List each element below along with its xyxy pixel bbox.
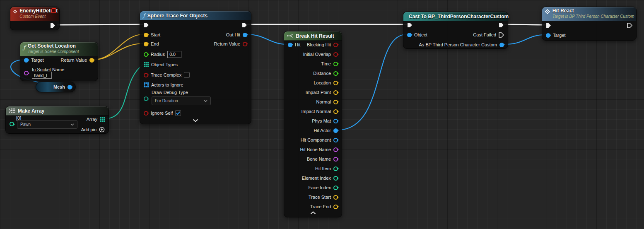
hit-bone-name-pin[interactable] [333, 147, 338, 152]
node-header[interactable]: Make Array [6, 106, 109, 116]
return-value-label: Return Value [214, 41, 240, 46]
hit-item-pin[interactable] [333, 166, 338, 171]
draw-debug-type-value: For Duration [155, 99, 178, 103]
trace-complex-pin[interactable] [144, 73, 148, 77]
exec-out-pin[interactable] [242, 22, 247, 28]
node-header[interactable]: Cast To BP_ThirdPersonCharacterCustom [403, 12, 508, 21]
location-pin[interactable] [333, 81, 338, 85]
exec-out-pin[interactable] [627, 23, 632, 28]
object-types-pin[interactable] [144, 62, 149, 67]
out-label-impact-normal: Impact Normal [301, 109, 331, 114]
wire-outhit-to-hit[interactable] [247, 34, 287, 44]
start-pin[interactable] [144, 33, 148, 37]
face-index-pin[interactable] [333, 186, 338, 190]
node-break-hit-result[interactable]: Break Hit Result Hit Blocking Hit Initia… [284, 31, 342, 217]
bone-name-pin[interactable] [333, 157, 338, 162]
target-pin[interactable] [24, 58, 29, 63]
return-value-pin[interactable] [243, 42, 247, 46]
draw-debug-type-pin[interactable] [144, 96, 148, 101]
node-header[interactable]: Hit React Target is BP Third Person Char… [542, 7, 636, 21]
in-socket-name-pin[interactable] [24, 71, 29, 75]
event-badge-icon [51, 8, 56, 13]
out-label-initial-overlap: Initial Overlap [303, 52, 331, 57]
node-header[interactable]: Break Hit Result [284, 31, 342, 41]
mesh-out-pin[interactable] [68, 85, 72, 89]
object-pin[interactable] [407, 33, 412, 37]
wire-array-to-objecttypes[interactable] [105, 64, 143, 119]
node-title: Get Socket Location [28, 43, 79, 49]
out-label-trace-end: Trace End [310, 204, 331, 209]
out-label-phys-mat: Phys Mat [312, 118, 331, 123]
start-label: Start [151, 32, 160, 37]
target-label: Target [31, 58, 44, 63]
radius-input[interactable]: 0.0 [167, 51, 181, 58]
hit-component-pin[interactable] [333, 138, 338, 142]
node-mesh-variable[interactable]: Mesh [36, 82, 76, 92]
as-cast-pin[interactable] [499, 43, 504, 47]
out-label-normal: Normal [316, 99, 331, 104]
hit-actor-pin[interactable] [333, 128, 338, 133]
wire-exec-enemyhitdetect-to-spheretrace[interactable] [57, 24, 143, 25]
impact-point-pin[interactable] [333, 90, 338, 95]
trace-complex-checkbox[interactable] [184, 72, 190, 78]
node-make-array[interactable]: Make Array [0] Pawn Array Add pin [5, 106, 109, 134]
ignore-self-checkbox[interactable] [175, 110, 181, 116]
wire-returnvalue-to-start[interactable] [94, 34, 143, 60]
add-pin-icon[interactable] [99, 127, 105, 133]
out-label-impact-point: Impact Point [306, 90, 331, 95]
trace-start-pin[interactable] [333, 195, 338, 200]
cast-failed-exec-pin[interactable] [499, 32, 504, 38]
blocking-hit-pin[interactable] [333, 43, 338, 47]
radius-pin[interactable] [144, 52, 148, 57]
exec-out-pin[interactable] [499, 22, 504, 28]
node-sphere-trace-for-objects[interactable]: ƒ Sphere Trace For Objects Start Out Hit… [140, 11, 251, 124]
exec-in-pin[interactable] [407, 22, 412, 28]
out-hit-label: Out Hit [226, 32, 240, 37]
object-types-label: Object Types [151, 62, 178, 67]
ignore-self-pin[interactable] [144, 111, 148, 116]
node-header[interactable]: EnemyHitDetect Custom Event [10, 7, 59, 21]
out-label-blocking-hit: Blocking Hit [307, 42, 331, 47]
time-pin[interactable] [333, 62, 338, 66]
break-struct-icon [287, 34, 293, 38]
distance-pin[interactable] [333, 71, 338, 76]
initial-overlap-pin[interactable] [333, 52, 338, 57]
exec-out-pin[interactable] [50, 23, 55, 28]
wire-exec-cast-to-hitreact[interactable] [504, 24, 545, 25]
phys-mat-pin[interactable] [333, 119, 338, 123]
exec-in-pin[interactable] [546, 23, 551, 28]
wire-hitactor-to-object[interactable] [338, 34, 407, 130]
expand-node-chevron[interactable] [193, 119, 198, 122]
blueprint-graph-canvas[interactable]: EnemyHitDetect Custom Event ƒ Get Socket… [0, 0, 644, 229]
node-hit-react[interactable]: Hit React Target is BP Third Person Char… [542, 7, 637, 41]
node-cast-to-bp-thirdpersoncharactercustom[interactable]: Cast To BP_ThirdPersonCharacterCustom Ob… [403, 12, 508, 49]
node-title: Break Hit Result [296, 33, 334, 39]
target-pin[interactable] [546, 33, 550, 38]
node-title: Sphere Trace For Objects [147, 13, 207, 19]
return-value-pin[interactable] [89, 58, 94, 63]
collapse-node-chevron[interactable] [310, 211, 316, 215]
out-hit-pin[interactable] [243, 33, 247, 37]
actors-to-ignore-pin[interactable] [144, 82, 149, 87]
out-label-hit-bone-name: Hit Bone Name [300, 147, 331, 152]
element-index-pin[interactable] [333, 176, 338, 181]
node-get-socket-location[interactable]: ƒ Get Socket Location Target is Scene Co… [20, 42, 98, 81]
exec-in-pin[interactable] [144, 22, 149, 28]
cast-failed-label: Cast Failed [473, 32, 496, 37]
trace-end-pin[interactable] [333, 205, 338, 209]
node-header[interactable]: ƒ Get Socket Location Target is Scene Co… [20, 42, 98, 56]
end-label: End [151, 41, 159, 46]
ignore-self-label: Ignore Self [151, 111, 173, 116]
socket-name-input[interactable]: hand_l [32, 72, 52, 79]
wire-returnvalue-to-end[interactable] [94, 43, 143, 60]
normal-pin[interactable] [333, 100, 338, 104]
node-enemy-hit-detect[interactable]: EnemyHitDetect Custom Event [10, 7, 60, 30]
array-out-pin[interactable] [100, 117, 105, 122]
end-pin[interactable] [144, 42, 148, 46]
wire-ascast-to-target[interactable] [504, 35, 545, 44]
radius-label: Radius [151, 52, 165, 57]
impact-normal-pin[interactable] [333, 109, 338, 114]
function-icon: ƒ [23, 44, 25, 51]
draw-debug-type-dropdown[interactable]: For Duration [152, 96, 211, 105]
node-header[interactable]: ƒ Sphere Trace For Objects [140, 11, 251, 20]
